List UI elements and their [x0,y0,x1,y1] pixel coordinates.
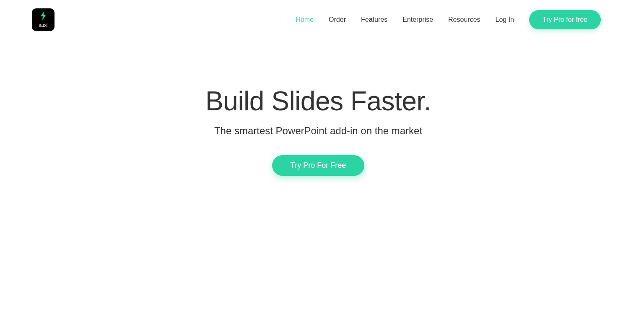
header: auxi Home Order Features Enterprise Reso… [0,0,636,39]
nav-link-home[interactable]: Home [296,16,314,23]
hero-cta-button[interactable]: Try Pro For Free [272,155,364,176]
bolt-icon [40,12,47,22]
nav-link-resources[interactable]: Resources [448,16,480,23]
nav-link-enterprise[interactable]: Enterprise [402,16,433,23]
hero-subtitle: The smartest PowerPoint add-in on the ma… [0,125,636,137]
main-nav: Home Order Features Enterprise Resources… [296,10,601,29]
nav-link-order[interactable]: Order [329,16,346,23]
nav-cta-button[interactable]: Try Pro for free [529,10,601,29]
hero-section: Build Slides Faster. The smartest PowerP… [0,86,636,176]
nav-link-login[interactable]: Log In [496,16,514,23]
logo-text: auxi [39,23,47,28]
nav-link-features[interactable]: Features [361,16,387,23]
hero-title: Build Slides Faster. [0,86,636,117]
logo[interactable]: auxi [32,8,55,31]
